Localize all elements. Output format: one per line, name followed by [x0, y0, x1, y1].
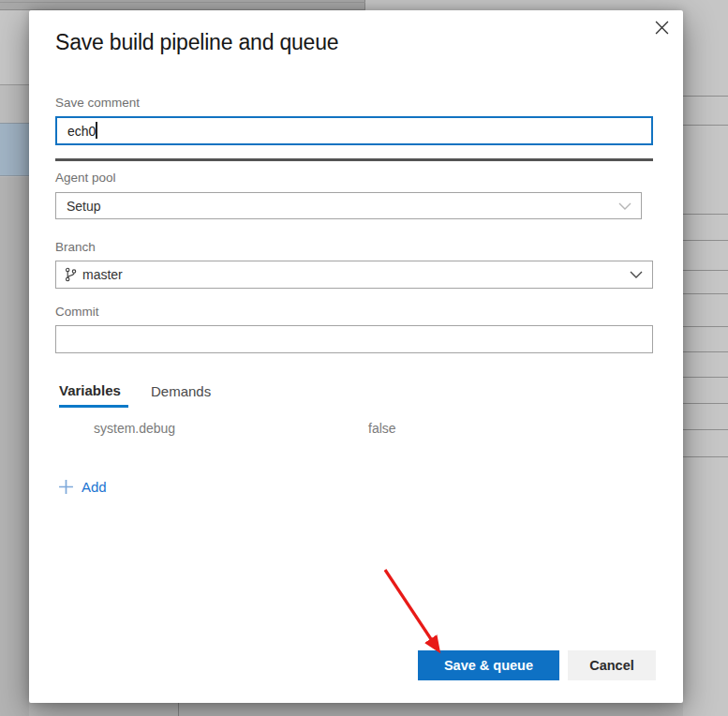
- dialog-title: Save build pipeline and queue: [55, 30, 338, 55]
- commit-label: Commit: [55, 305, 99, 319]
- git-branch-icon: [65, 267, 77, 282]
- background-table-row-line: [683, 96, 728, 97]
- screen: { "dialog": { "title": "Save build pipel…: [0, 0, 728, 716]
- commit-input[interactable]: [55, 325, 653, 353]
- tab-variables[interactable]: Variables: [59, 382, 121, 398]
- background-selected-row: [0, 123, 29, 176]
- background-table-row-line: [683, 351, 728, 352]
- background-table-row-line: [683, 293, 728, 294]
- add-button-label: Add: [82, 479, 107, 495]
- text-caret: [96, 122, 97, 139]
- save-comment-input[interactable]: [55, 116, 653, 145]
- agent-pool-label: Agent pool: [55, 171, 116, 185]
- active-tab-underline: [59, 405, 128, 408]
- background-top-right: [365, 0, 728, 10]
- section-divider: [55, 158, 653, 161]
- agent-pool-dropdown[interactable]: Setup: [55, 192, 642, 219]
- branch-dropdown[interactable]: master: [55, 261, 653, 289]
- background-table-row-line: [683, 403, 728, 404]
- background-table-row-line: [683, 326, 728, 327]
- background-left-strip: [0, 10, 29, 84]
- agent-pool-value: Setup: [67, 199, 101, 214]
- background-table-row-line: [683, 270, 728, 271]
- close-button[interactable]: [650, 16, 673, 38]
- background-left-strip: [0, 177, 29, 716]
- background-table-row-line: [683, 377, 728, 378]
- branch-label: Branch: [55, 240, 96, 254]
- variable-value: false: [368, 421, 396, 436]
- cancel-button[interactable]: Cancel: [568, 650, 656, 680]
- background-table-row-line: [683, 240, 728, 241]
- background-toolbar-line: [0, 2, 365, 3]
- plus-icon: [58, 479, 74, 495]
- chevron-down-icon: [630, 271, 643, 278]
- save-and-queue-button[interactable]: Save & queue: [418, 650, 559, 680]
- branch-value: master: [82, 267, 123, 282]
- background-table-row-line: [683, 214, 728, 215]
- add-variable-button[interactable]: Add: [58, 479, 107, 495]
- chevron-down-icon: [618, 202, 631, 210]
- background-table-edge: [683, 10, 728, 716]
- tab-demands[interactable]: Demands: [151, 383, 211, 399]
- background-table-row-line: [683, 456, 728, 457]
- background-table-row-line: [683, 429, 728, 430]
- close-icon: [655, 21, 669, 35]
- background-table-row-line: [683, 125, 728, 126]
- variable-name: system.debug: [94, 421, 175, 436]
- save-build-pipeline-dialog: Save build pipeline and queue Save comme…: [29, 10, 683, 703]
- background-bottom-divider: [178, 703, 179, 716]
- background-left-strip: [0, 85, 29, 123]
- save-comment-label: Save comment: [55, 96, 140, 110]
